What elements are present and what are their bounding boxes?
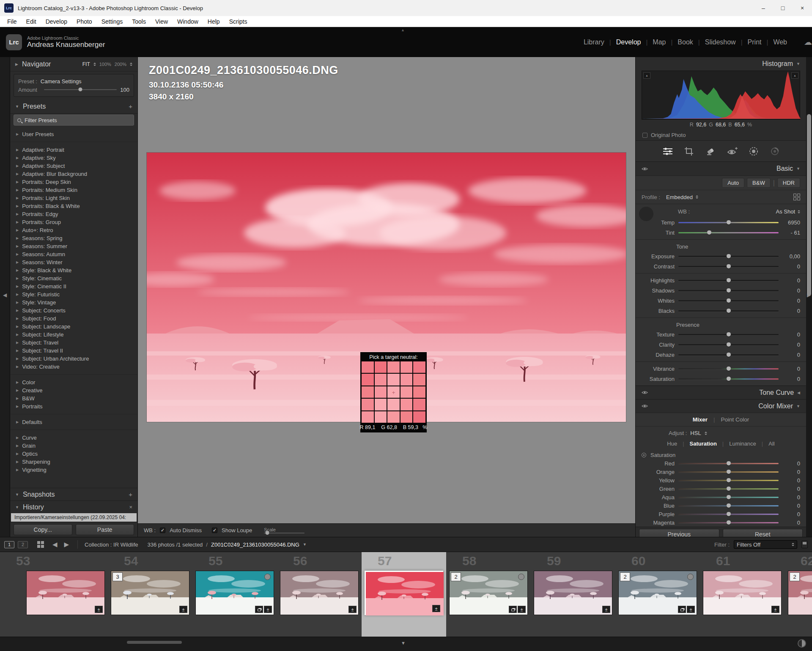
current-filename[interactable]: Z001C0249_21361030055046.DNG: [211, 542, 299, 548]
right-panel-scrollbar[interactable]: [807, 114, 811, 296]
preset-expand-icon[interactable]: ▶: [16, 132, 19, 136]
next-photo-icon[interactable]: ▶: [63, 541, 71, 548]
preset-item-defaults[interactable]: ▶Defaults: [10, 418, 137, 426]
slider-thumb[interactable]: [727, 332, 731, 336]
loupe-cell[interactable]: [387, 411, 400, 423]
slider-thumb[interactable]: [727, 288, 731, 293]
loupe-cell[interactable]: [362, 411, 374, 423]
slider-clarity[interactable]: Clarity0: [636, 339, 806, 350]
second-window-button[interactable]: 2: [18, 541, 28, 548]
slider-whites[interactable]: Whites0: [636, 295, 806, 306]
loupe-cell[interactable]: [401, 399, 413, 410]
history-item[interactable]: Importieren/Kameraeinstellungen (22.09.2…: [11, 513, 137, 522]
mode-tab-luminance[interactable]: Luminance: [729, 440, 756, 447]
preset-item-subject-lifestyle[interactable]: ▶Subject: Lifestyle: [10, 331, 137, 339]
slider-orange[interactable]: Orange0: [636, 468, 806, 476]
preset-item-subject-landscape[interactable]: ▶Subject: Landscape: [10, 323, 137, 331]
module-tab-develop[interactable]: Develop: [611, 38, 646, 46]
preset-expand-icon[interactable]: ▶: [16, 309, 19, 312]
preset-item-auto-retro[interactable]: ▶Auto+: Retro: [10, 226, 137, 234]
tab-point-color[interactable]: Point Color: [721, 416, 749, 423]
presets-header[interactable]: ▼ Presets +: [10, 99, 137, 114]
collection-label[interactable]: Collection : IR Wildlife: [85, 542, 138, 548]
slider-vibrance[interactable]: Vibrance0: [636, 364, 806, 374]
preset-expand-icon[interactable]: ▶: [16, 244, 19, 248]
slider-thumb[interactable]: [727, 278, 731, 282]
preset-expand-icon[interactable]: ▶: [16, 284, 19, 288]
slider-aqua[interactable]: Aqua0: [636, 493, 806, 501]
preset-expand-icon[interactable]: ▶: [16, 397, 19, 400]
preset-item-style-futuristic[interactable]: ▶Style: Futuristic: [10, 290, 137, 298]
loupe-cell[interactable]: [375, 386, 387, 398]
filter-toggle-switch[interactable]: [801, 541, 808, 548]
slider-thumb[interactable]: [727, 487, 731, 491]
adjust-value[interactable]: HSL: [690, 430, 701, 436]
preset-item-portraits-black-white[interactable]: ▶Portraits: Black & White: [10, 202, 137, 210]
loupe-cell[interactable]: [413, 411, 425, 423]
tone-curve-collapse-icon[interactable]: ◀: [797, 391, 800, 395]
wb-spinner-icon[interactable]: [798, 210, 800, 213]
preset-item-seasons-spring[interactable]: ▶Seasons: Spring: [10, 234, 137, 242]
preset-item-portraits-deep-skin[interactable]: ▶Portraits: Deep Skin: [10, 178, 137, 186]
slider-thumb[interactable]: [727, 367, 731, 371]
left-panel-edge[interactable]: ◀: [0, 57, 10, 537]
minimize-button[interactable]: –: [754, 0, 773, 16]
preset-item-subject-food[interactable]: ▶Subject: Food: [10, 315, 137, 323]
preset-expand-icon[interactable]: ▶: [16, 452, 19, 456]
snapshots-header[interactable]: ▼ Snapshots +: [10, 488, 137, 501]
mode-tab-hue[interactable]: Hue: [667, 440, 677, 447]
preset-expand-icon[interactable]: ▶: [16, 468, 19, 472]
slider-texture[interactable]: Texture0: [636, 329, 806, 339]
preset-item-portraits-medium-skin[interactable]: ▶Portraits: Medium Skin: [10, 186, 137, 194]
slider-shadows[interactable]: Shadows0: [636, 285, 806, 295]
loupe-cell[interactable]: [387, 361, 400, 373]
slider-thumb[interactable]: [727, 478, 731, 482]
slider-thumb[interactable]: [707, 230, 711, 235]
slider-track[interactable]: [678, 522, 779, 523]
preset-expand-icon[interactable]: ▶: [16, 276, 19, 280]
slider-thumb[interactable]: [727, 353, 731, 357]
amount-slider-thumb[interactable]: [79, 88, 82, 91]
preset-item-subject-travel[interactable]: ▶Subject: Travel: [10, 339, 137, 347]
preset-item-style-black-white[interactable]: ▶Style: Black & White: [10, 266, 137, 274]
zoom-200-spinner-icon[interactable]: [130, 63, 132, 66]
preset-item-video-creative[interactable]: ▶Video: Creative: [10, 363, 137, 371]
adjustments-badge-icon[interactable]: ±: [348, 606, 357, 613]
zoom-200[interactable]: 200%: [115, 62, 126, 67]
preset-item-subject-urban-architecture[interactable]: ▶Subject: Urban Architecture: [10, 355, 137, 363]
history-collapse-icon[interactable]: ▼: [15, 505, 19, 509]
main-window-button[interactable]: 1: [4, 541, 14, 548]
histogram-collapse-icon[interactable]: ▼: [796, 62, 800, 66]
adjust-spinner-icon[interactable]: [705, 432, 707, 435]
menu-develop[interactable]: Develop: [41, 18, 72, 25]
stack-count-badge[interactable]: 2: [790, 572, 800, 581]
auto-dismiss-checkbox[interactable]: ✓: [160, 528, 165, 533]
navigator-collapse-icon[interactable]: ▶: [15, 62, 18, 66]
loupe-cell[interactable]: [375, 411, 387, 423]
original-photo-checkbox[interactable]: [642, 133, 647, 138]
filmstrip-cell-55[interactable]: 55±: [192, 552, 277, 637]
loupe-cell[interactable]: [375, 374, 387, 385]
slider-temp[interactable]: Temp6950: [636, 217, 806, 227]
close-button[interactable]: ×: [793, 0, 812, 16]
filmstrip-cell-60[interactable]: 602±: [615, 552, 700, 637]
adjustments-badge-icon[interactable]: ±: [518, 606, 526, 613]
slider-thumb[interactable]: [727, 264, 731, 268]
slider-thumb[interactable]: [727, 512, 731, 516]
top-panel-collapse-icon[interactable]: ▲: [401, 28, 405, 32]
copy-settings-badge-icon[interactable]: [509, 606, 517, 613]
adjustments-badge-icon[interactable]: ±: [432, 605, 440, 612]
preset-item-style-cinematic[interactable]: ▶Style: Cinematic: [10, 274, 137, 282]
slider-purple[interactable]: Purple0: [636, 510, 806, 518]
red-eye-icon[interactable]: [727, 147, 738, 156]
preset-expand-icon[interactable]: ▶: [16, 420, 19, 424]
preset-expand-icon[interactable]: ▶: [16, 341, 19, 345]
filmstrip-thumb-57[interactable]: ±: [365, 571, 443, 615]
slider-yellow[interactable]: Yellow0: [636, 476, 806, 484]
wb-eyedropper-well[interactable]: [639, 207, 653, 221]
loupe-cell[interactable]: [413, 386, 425, 398]
crop-icon[interactable]: [684, 147, 694, 156]
slider-thumb[interactable]: [727, 254, 731, 258]
filmstrip-cell-53[interactable]: 53±: [0, 552, 108, 637]
flag-badge-icon[interactable]: [264, 574, 271, 580]
